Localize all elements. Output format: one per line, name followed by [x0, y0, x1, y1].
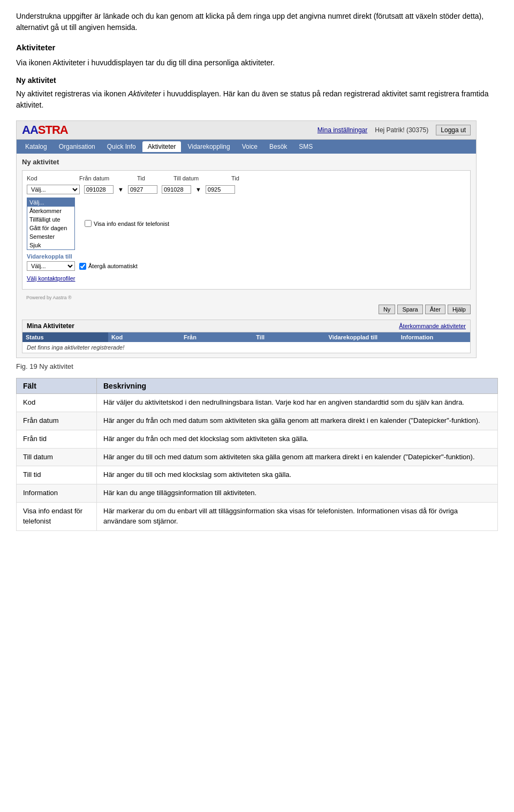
intro-paragraph1: Understrukna uppgifter är länkade och du…	[16, 11, 498, 33]
dropdown-item-valj[interactable]: Välj...	[27, 198, 74, 207]
field-cell: Visa info endast för telefonist	[17, 503, 97, 531]
settings-link[interactable]: Mina inställningar	[318, 126, 367, 134]
vidarekoppla-row: Välj... Återgå automatiskt	[27, 261, 466, 272]
th-till: Till	[253, 332, 325, 342]
description-cell: Här kan du ange tilläggsinformation till…	[97, 484, 498, 503]
fran-datum-label: Från datum	[79, 175, 133, 181]
description-cell: Här anger du från och med det klockslag …	[97, 430, 498, 448]
app-nav: Katalog Organisation Quick Info Aktivite…	[17, 140, 476, 154]
table-col1-header: Fält	[17, 378, 97, 394]
kod-select[interactable]: Välj... Återkommer Tillfälligt ute Gått …	[27, 185, 80, 194]
hjalp-button[interactable]: Hjälp	[448, 305, 471, 314]
nav-tab-organisation[interactable]: Organisation	[54, 141, 101, 152]
field-cell: Från datum	[17, 412, 97, 430]
fran-datum-input[interactable]	[84, 185, 114, 194]
ater-button[interactable]: Åter	[425, 305, 445, 314]
th-kod: Kod	[108, 332, 180, 342]
vidarekoppla-label: Vidarekoppla till	[27, 253, 466, 260]
powered-by: Powered by Aastra ®	[22, 293, 471, 302]
field-cell: Till datum	[17, 448, 97, 466]
kontaktprofiler-link[interactable]: Välj kontaktprofiler	[27, 275, 75, 282]
visa-info-label: Visa info endast för telefonist	[94, 221, 169, 227]
chevron-down-icon2: ▼	[195, 186, 201, 193]
form-title: Ny aktivitet	[22, 158, 471, 166]
table-row: Kod Här väljer du aktivitetskod i den ne…	[17, 394, 498, 412]
description-cell: Här anger du från och med datum som akti…	[97, 412, 498, 430]
field-cell: Information	[17, 484, 97, 503]
dropdown-item-gatt[interactable]: Gått för dagen	[27, 224, 74, 232]
table-row: Till datum Här anger du till och med dat…	[17, 448, 498, 466]
form-labels-row: Kod Från datum Tid Till datum Tid	[27, 175, 466, 181]
atergå-checkbox[interactable]	[79, 263, 86, 270]
dropdown-item-aterkommer[interactable]: Återkommer	[27, 207, 74, 215]
th-vidarekopplad: Vidarekopplad till	[326, 332, 398, 342]
nav-tab-voice[interactable]: Voice	[237, 141, 263, 152]
th-fran: Från	[180, 332, 253, 342]
activities-section: Mina Aktiviteter Återkommande aktivitete…	[22, 320, 471, 353]
table-row: Från datum Här anger du från och med dat…	[17, 412, 498, 430]
activities-title: Mina Aktiviteter	[27, 322, 74, 330]
table-col2-header: Beskrivning	[97, 378, 498, 394]
description-cell: Här anger du till och med klockslag som …	[97, 466, 498, 484]
aktiviteter-text: Via ikonen Aktiviteter i huvuddisplayen …	[16, 57, 498, 69]
app-logo: AASTRA	[22, 123, 68, 137]
nav-tab-katalog[interactable]: Katalog	[20, 141, 52, 152]
ny-aktivitet-text: Ny aktivitet registreras via ikonen Akti…	[16, 88, 498, 111]
chevron-down-icon: ▼	[118, 186, 124, 193]
description-cell: Här markerar du om du enbart vill att ti…	[97, 503, 498, 531]
atergå-row: Återgå automatiskt	[79, 263, 138, 270]
tid-label: Tid	[137, 175, 169, 181]
nav-tab-quickinfo[interactable]: Quick Info	[102, 141, 141, 152]
till-tid-input[interactable]	[206, 185, 235, 194]
field-cell: Från tid	[17, 430, 97, 448]
table-header-row: Status Kod Från Till Vidarekopplad till …	[22, 332, 470, 342]
kontaktprofiler-row: Välj kontaktprofiler	[27, 275, 466, 282]
fran-tid-input[interactable]	[128, 185, 157, 194]
figure-caption: Fig. 19 Ny aktivitet	[16, 361, 498, 372]
till-datum-input[interactable]	[162, 185, 191, 194]
table-row: Till tid Här anger du till och med klock…	[17, 466, 498, 484]
field-cell: Kod	[17, 394, 97, 412]
ny-aktivitet-heading: Ny aktivitet	[16, 75, 498, 86]
ny-button[interactable]: Ny	[379, 305, 395, 314]
app-header: AASTRA Mina inställningar Hej Patrik! (3…	[17, 121, 476, 140]
page-content: Understrukna uppgifter är länkade och du…	[0, 0, 514, 542]
app-body: Ny aktivitet Kod Från datum Tid Till dat…	[17, 154, 476, 358]
vidarekoppla-select[interactable]: Välj...	[27, 261, 75, 271]
dropdown-item-sjuk[interactable]: Sjuk	[27, 241, 74, 249]
field-cell: Till tid	[17, 466, 97, 484]
app-header-right: Mina inställningar Hej Patrik! (30375) L…	[318, 125, 471, 135]
spara-button[interactable]: Spara	[397, 305, 422, 314]
description-table: Fält Beskrivning Kod Här väljer du aktiv…	[16, 378, 498, 531]
nav-tab-vidarekoppling[interactable]: Vidarekoppling	[182, 141, 235, 152]
form-section: Kod Från datum Tid Till datum Tid Välj..…	[22, 170, 471, 290]
th-information: Information	[398, 332, 470, 342]
till-datum-label: Till datum	[173, 175, 227, 181]
aktiviteter-heading: Aktiviteter	[16, 42, 498, 54]
table-row: Från tid Här anger du från och med det k…	[17, 430, 498, 448]
action-buttons-row: Ny Spara Åter Hjälp	[22, 302, 471, 316]
table-row: Information Här kan du ange tilläggsinfo…	[17, 484, 498, 503]
kod-label: Kod	[27, 175, 75, 181]
user-info: Hej Patrik! (30375)	[375, 126, 428, 134]
nav-tab-sms[interactable]: SMS	[293, 141, 318, 152]
kod-dropdown-list[interactable]: Välj... Återkommer Tillfälligt ute Gått …	[27, 198, 75, 250]
tid2-label: Tid	[231, 175, 263, 181]
nav-tab-aktiviteter[interactable]: Aktiviteter	[142, 141, 182, 152]
th-status: Status	[22, 332, 108, 342]
description-cell: Här anger du till och med datum som akti…	[97, 448, 498, 466]
visa-info-checkbox[interactable]	[85, 220, 92, 227]
form-inputs-row: Välj... Återkommer Tillfälligt ute Gått …	[27, 185, 466, 194]
atergå-label: Återgå automatiskt	[88, 263, 138, 269]
aterkommande-link[interactable]: Återkommande aktiviteter	[399, 323, 466, 329]
table-row: Visa info endast för telefonist Här mark…	[17, 503, 498, 531]
activities-header: Mina Aktiviteter Återkommande aktivitete…	[22, 320, 470, 332]
description-cell: Här väljer du aktivitetskod i den nedrul…	[97, 394, 498, 412]
dropdown-item-semester[interactable]: Semester	[27, 232, 74, 241]
nav-tab-besok[interactable]: Besök	[264, 141, 292, 152]
visa-info-row: Visa info endast för telefonist	[85, 220, 169, 227]
logout-button[interactable]: Logga ut	[436, 125, 471, 135]
empty-row: Det finns inga aktiviteter registrerade!	[22, 342, 470, 353]
app-screenshot: AASTRA Mina inställningar Hej Patrik! (3…	[16, 120, 477, 358]
dropdown-item-tillfälligt[interactable]: Tillfälligt ute	[27, 215, 74, 224]
